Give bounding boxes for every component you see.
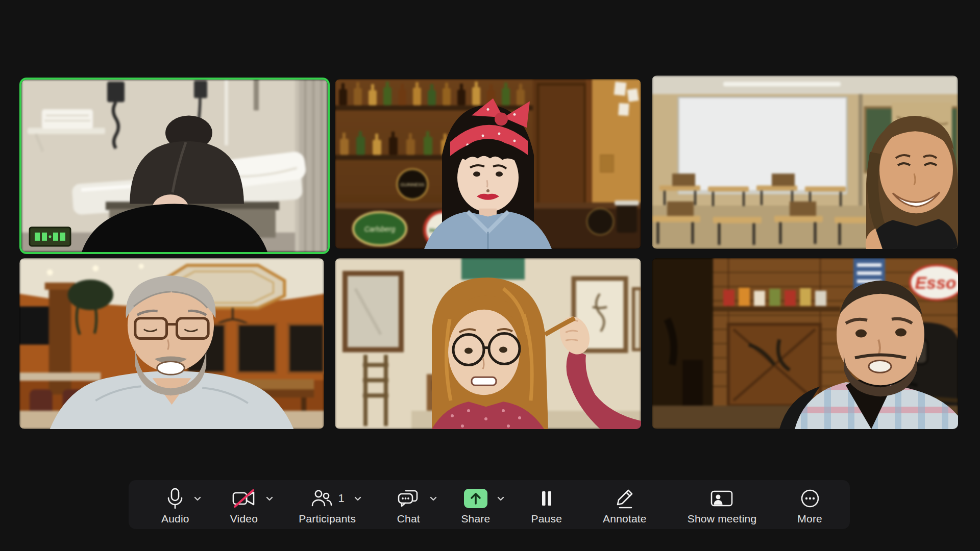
audio-label: Audio bbox=[161, 513, 189, 525]
video-off-icon bbox=[232, 488, 256, 509]
chevron-down-icon[interactable] bbox=[264, 493, 275, 504]
video-tile-garage[interactable]: Esso bbox=[652, 258, 958, 429]
chat-button[interactable]: Chat bbox=[397, 487, 420, 525]
more-button[interactable]: More bbox=[797, 487, 822, 525]
audio-button[interactable]: Audio bbox=[161, 487, 189, 525]
esso-sign-text: Esso bbox=[915, 273, 956, 292]
annotate-label: Annotate bbox=[603, 513, 647, 525]
pause-button[interactable]: Pause bbox=[531, 487, 562, 525]
video-label: Video bbox=[230, 513, 258, 525]
guinness-badge-text: GUINNESS bbox=[401, 182, 425, 187]
pub-scene: GUINNESS Carlsberg Heinek bbox=[335, 79, 641, 249]
chevron-down-icon[interactable] bbox=[353, 493, 363, 504]
microphone-icon bbox=[166, 487, 184, 510]
annotate-button[interactable]: Annotate bbox=[603, 487, 647, 525]
billiards-scene bbox=[19, 258, 324, 429]
share-label: Share bbox=[461, 513, 490, 525]
chevron-down-icon[interactable] bbox=[428, 493, 438, 504]
participants-button[interactable]: 1 Participants bbox=[299, 487, 356, 525]
participants-label: Participants bbox=[299, 513, 356, 525]
pause-label: Pause bbox=[531, 513, 562, 525]
garage-scene: Esso bbox=[652, 258, 958, 429]
pause-icon bbox=[539, 488, 554, 509]
participants-icon bbox=[310, 488, 334, 509]
video-button[interactable]: Video bbox=[230, 487, 258, 525]
chat-icon bbox=[397, 488, 420, 509]
show-meeting-label: Show meeting bbox=[688, 513, 756, 525]
video-tile-classroom[interactable] bbox=[652, 76, 958, 249]
video-tile-billiards-room[interactable] bbox=[19, 258, 324, 429]
meeting-window: GUINNESS Carlsberg Heinek bbox=[0, 0, 980, 551]
meeting-window-icon bbox=[710, 488, 734, 509]
classroom-scene bbox=[652, 76, 958, 249]
share-screen-icon bbox=[464, 489, 487, 508]
show-meeting-button[interactable]: Show meeting bbox=[688, 487, 756, 525]
carlsberg-badge-text: Carlsberg bbox=[364, 225, 396, 233]
chat-label: Chat bbox=[397, 513, 420, 525]
chevron-down-icon[interactable] bbox=[496, 493, 506, 504]
video-tile-vintage-bedroom[interactable] bbox=[335, 258, 641, 429]
pencil-icon bbox=[614, 488, 636, 509]
exam-room-scene bbox=[21, 80, 328, 252]
more-label: More bbox=[797, 513, 822, 525]
bedroom-scene bbox=[335, 258, 641, 429]
more-ellipsis-icon bbox=[799, 487, 821, 510]
video-tile-pub[interactable]: GUINNESS Carlsberg Heinek bbox=[335, 79, 641, 249]
meeting-control-bar: Audio Video bbox=[129, 480, 850, 529]
chevron-down-icon[interactable] bbox=[192, 493, 203, 504]
video-tile-exam-room[interactable] bbox=[19, 78, 330, 254]
participants-count: 1 bbox=[338, 492, 345, 505]
share-button[interactable]: Share bbox=[461, 487, 490, 525]
